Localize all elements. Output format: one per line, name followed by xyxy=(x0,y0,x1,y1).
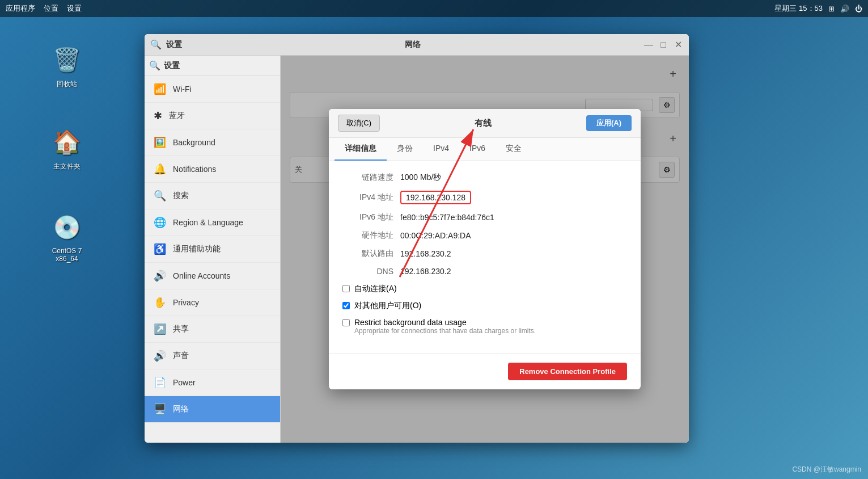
sidebar-notifications-label: Notifications xyxy=(173,165,216,174)
sidebar-item-power[interactable]: 📄 Power xyxy=(145,369,280,396)
sidebar-online-accounts-label: Online Accounts xyxy=(173,271,230,280)
sidebar-item-wifi[interactable]: 📶 Wi-Fi xyxy=(145,76,280,103)
restrict-sublabel: Appropriate for connections that have da… xyxy=(354,327,536,335)
search-icon[interactable]: 🔍 xyxy=(150,39,162,50)
restrict-label: Restrict background data usage xyxy=(354,318,536,327)
sidebar-item-search[interactable]: 🔍 搜索 xyxy=(145,183,280,209)
power-sidebar-icon: 📄 xyxy=(154,376,166,389)
link-speed-value: 1000 Mb/秒 xyxy=(400,173,441,183)
background-icon: 🖼️ xyxy=(154,136,166,149)
available-users-row: 对其他用户可用(O) xyxy=(342,301,627,311)
sidebar-item-accessibility[interactable]: ♿ 通用辅助功能 xyxy=(145,236,280,263)
sidebar-item-privacy[interactable]: ✋ Privacy xyxy=(145,289,280,316)
tab-details[interactable]: 详细信息 xyxy=(335,138,387,161)
sidebar-privacy-label: Privacy xyxy=(173,298,199,307)
dns-row: DNS 192.168.230.2 xyxy=(342,267,627,276)
ipv4-address-value: 192.168.230.128 xyxy=(400,191,471,204)
sidebar-item-notifications[interactable]: 🔔 Notifications xyxy=(145,156,280,183)
gateway-row: 默认路由 192.168.230.2 xyxy=(342,249,627,259)
sidebar-item-network[interactable]: 🖥️ 网络 xyxy=(145,396,280,423)
restrict-checkbox[interactable] xyxy=(342,319,350,326)
sidebar-sharing-label: 共享 xyxy=(173,324,189,334)
sidebar-wifi-label: Wi-Fi xyxy=(173,85,192,94)
desktop-icon-home[interactable]: 🏠 主文件夹 xyxy=(44,125,90,171)
tab-ipv6[interactable]: IPv6 xyxy=(459,138,496,161)
sidebar-accessibility-label: 通用辅助功能 xyxy=(173,244,221,254)
hardware-address-label: 硬件地址 xyxy=(342,230,393,241)
dns-label: DNS xyxy=(342,267,393,276)
settings-body: 🔍 设置 📶 Wi-Fi ✱ 蓝牙 🖼️ Background 🔔 Notifi… xyxy=(145,56,689,443)
sidebar-search-icon: 🔍 xyxy=(149,60,160,71)
wired-dialog: 取消(C) 有线 应用(A) 详细信息 身份 IPv4 IPv6 安全 xyxy=(329,109,641,389)
settings-title: 设置 xyxy=(166,40,182,50)
disc-label: CentOS 7 x86_64 xyxy=(44,247,90,263)
sidebar-network-label: 网络 xyxy=(173,404,189,414)
desktop-icon-disc[interactable]: 💿 CentOS 7 x86_64 xyxy=(44,210,90,263)
ipv6-address-row: IPv6 地址 fe80::b9c5:7f7e:b84d:76c1 xyxy=(342,212,627,222)
online-accounts-icon: 🔊 xyxy=(154,270,166,282)
tab-ipv4[interactable]: IPv4 xyxy=(423,138,459,161)
dialog-title: 有线 xyxy=(475,118,492,129)
sidebar-item-region[interactable]: 🌐 Region & Language xyxy=(145,209,280,236)
link-speed-row: 链路速度 1000 Mb/秒 xyxy=(342,173,627,183)
watermark: CSDN @汪敏wangmin xyxy=(792,465,861,474)
remove-connection-button[interactable]: Remove Connection Profile xyxy=(508,363,627,380)
sidebar-item-sharing[interactable]: ↗️ 共享 xyxy=(145,316,280,343)
link-speed-label: 链路速度 xyxy=(342,173,393,183)
taskbar-item-location[interactable]: 位置 xyxy=(44,3,58,14)
volume-icon: 🔊 xyxy=(840,5,849,13)
sidebar-search: 🔍 设置 xyxy=(145,56,280,76)
ipv6-address-value: fe80::b9c5:7f7e:b84d:76c1 xyxy=(400,213,494,222)
ipv6-address-label: IPv6 地址 xyxy=(342,212,393,222)
sidebar-region-label: Region & Language xyxy=(173,218,243,227)
sidebar: 🔍 设置 📶 Wi-Fi ✱ 蓝牙 🖼️ Background 🔔 Notifi… xyxy=(145,56,281,443)
settings-titlebar: 🔍 设置 网络 — □ ✕ xyxy=(145,34,689,56)
sidebar-search-label2: 搜索 xyxy=(173,191,189,201)
hardware-address-row: 硬件地址 00:0C:29:AD:A9:DA xyxy=(342,230,627,241)
sidebar-search-title: 设置 xyxy=(164,61,180,71)
notifications-icon: 🔔 xyxy=(154,163,166,175)
privacy-icon: ✋ xyxy=(154,296,166,309)
restrict-row: Restrict background data usage Appropria… xyxy=(342,318,627,335)
available-users-checkbox[interactable] xyxy=(342,302,350,309)
taskbar-item-apps[interactable]: 应用程序 xyxy=(6,3,35,14)
window-controls: — □ ✕ xyxy=(643,40,683,50)
auto-connect-row: 自动连接(A) xyxy=(342,284,627,294)
network-icon: 🖥️ xyxy=(154,403,166,415)
taskbar-item-settings[interactable]: 设置 xyxy=(67,3,82,14)
wifi-icon: 📶 xyxy=(154,83,166,95)
trash-icon: 🗑️ xyxy=(50,43,84,77)
dialog-footer: Remove Connection Profile xyxy=(329,353,641,389)
bluetooth-icon: ✱ xyxy=(154,110,162,122)
sidebar-item-background[interactable]: 🖼️ Background xyxy=(145,129,280,156)
settings-window: 🔍 设置 网络 — □ ✕ 🔍 设置 📶 Wi-Fi ✱ 蓝牙 xyxy=(145,34,689,443)
tab-identity[interactable]: 身份 xyxy=(387,138,423,161)
dialog-header: 取消(C) 有线 应用(A) xyxy=(329,109,641,138)
dialog-overlay: 取消(C) 有线 应用(A) 详细信息 身份 IPv4 IPv6 安全 xyxy=(281,56,689,443)
hardware-address-value: 00:0C:29:AD:A9:DA xyxy=(400,231,471,240)
network-status-icon: ⊞ xyxy=(828,5,835,13)
sidebar-background-label: Background xyxy=(173,138,215,147)
dialog-apply-button[interactable]: 应用(A) xyxy=(586,115,632,131)
sidebar-item-online-accounts[interactable]: 🔊 Online Accounts xyxy=(145,263,280,289)
dns-value: 192.168.230.2 xyxy=(400,267,451,276)
auto-connect-checkbox[interactable] xyxy=(342,285,350,292)
sharing-icon: ↗️ xyxy=(154,323,166,335)
taskbar: 应用程序 位置 设置 星期三 15：53 ⊞ 🔊 ⏻ xyxy=(0,0,868,17)
ipv4-address-label: IPv4 地址 xyxy=(342,192,393,203)
dialog-cancel-button[interactable]: 取消(C) xyxy=(338,115,380,132)
sidebar-bluetooth-label: 蓝牙 xyxy=(169,111,185,121)
sidebar-item-bluetooth[interactable]: ✱ 蓝牙 xyxy=(145,103,280,129)
dialog-body: 链路速度 1000 Mb/秒 IPv4 地址 192.168.230.128 I… xyxy=(329,161,641,353)
auto-connect-label: 自动连接(A) xyxy=(354,284,397,294)
available-users-label: 对其他用户可用(O) xyxy=(354,301,421,311)
close-button[interactable]: ✕ xyxy=(673,40,683,50)
taskbar-left: 应用程序 位置 设置 xyxy=(6,3,82,14)
gateway-label: 默认路由 xyxy=(342,249,393,259)
minimize-button[interactable]: — xyxy=(643,40,654,50)
disc-icon: 💿 xyxy=(50,210,84,244)
sidebar-item-sound[interactable]: 🔊 声音 xyxy=(145,343,280,369)
maximize-button[interactable]: □ xyxy=(658,40,668,50)
desktop-icon-trash[interactable]: 🗑️ 回收站 xyxy=(44,43,90,89)
tab-security[interactable]: 安全 xyxy=(496,138,532,161)
